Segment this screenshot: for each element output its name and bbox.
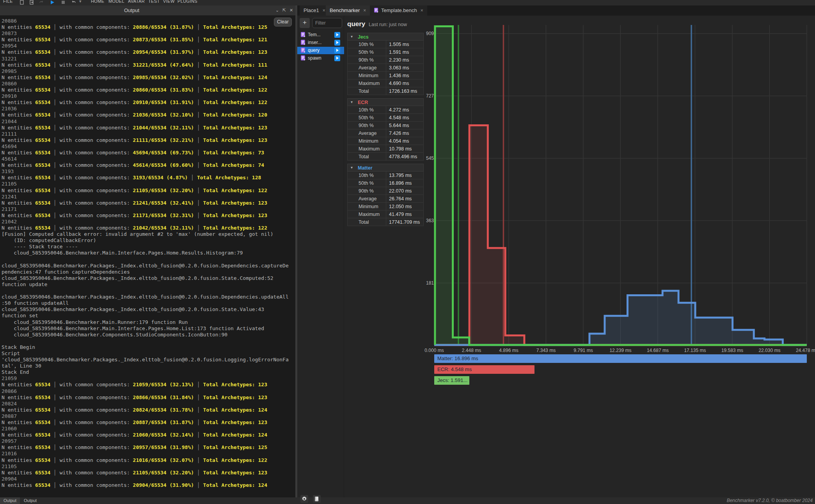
output-console: 20886N entities 65534 │ with common comp… [0,16,295,497]
benchmark-item-label: query [308,48,320,53]
menu-file[interactable]: FILE [3,0,13,4]
stat-row: Minimum12.050 ms [347,203,424,210]
undo-icon[interactable] [71,0,76,5]
console-line: cloud_5853950046.Benchmarker.Packages._I… [2,263,295,269]
console-count-line: 21060 [2,426,295,432]
console-line: cloud_5853950046.Benchmarker.Main.Interf… [2,325,295,332]
tab-template-bench[interactable]: Template.bench× [370,5,427,16]
stat-row: Total17741.709 ms [347,218,424,226]
menu-view[interactable]: VIEW [163,0,175,4]
console-entities-line: N entities 65534 │ with common component… [2,482,295,488]
console-count-line: 21044 [2,118,295,125]
stat-row: 50th %1.591 ms [347,48,424,56]
console-entities-line: N entities 65534 │ with common component… [2,419,295,426]
run-benchmark-button[interactable] [334,48,340,53]
y-axis-tick-label: 909 [424,31,434,36]
x-axis-tick-label: 2.448 ms [456,348,486,353]
legend-bar-jecs: Jecs: 1.591... [434,376,469,385]
stats-section-header-ecr[interactable]: ▾ECR [347,98,424,106]
console-entities-line: N entities 65534 │ with common component… [2,162,295,168]
new-file-icon[interactable] [20,0,24,5]
stats-tables: ▾Jecs10th %1.505 ms50th %1.591 ms90th %2… [347,33,424,226]
console-entities-line: N entities 65534 │ with common component… [2,99,295,106]
output-panel: Output ⌄ ⇱ ✕ 20886N entities 65534 │ wit… [0,5,295,497]
docs-book-icon[interactable] [313,495,321,503]
script-icon [300,40,306,47]
benchmark-item-tem[interactable]: Tem... [297,31,344,39]
close-icon[interactable]: × [363,8,366,13]
menu-test[interactable]: TEST [148,0,160,4]
menu-plugins[interactable]: PLUGINS [178,0,197,4]
console-entities-line: N entities 65534 │ with common component… [2,470,295,476]
console-count-line: 45694 [2,143,295,150]
menu-bar: FILE ▾ HOME MODEL AVATAR TEST VIEW PLUGI… [0,0,815,5]
console-count-line: 20886 [2,18,295,24]
console-line: Script [2,350,295,357]
close-icon[interactable]: × [421,8,423,13]
result-title: query [347,20,365,28]
console-count-line: 20957 [2,438,295,444]
tab-place1[interactable]: Place1× [300,5,329,16]
play-icon[interactable] [50,0,55,5]
script-icon [300,48,306,55]
open-file-icon[interactable] [29,0,34,5]
stats-section-header-matter[interactable]: ▾Matter [347,164,424,172]
last-run-label: Last run: just now [369,22,407,27]
run-benchmark-button[interactable] [334,32,340,38]
stat-row: Total4778.496 ms [347,153,424,161]
console-count-line: 3193 [2,168,295,175]
menu-avatar[interactable]: AVATAR [128,0,145,4]
console-count-line: 20860 [2,81,295,87]
console-line [2,288,295,294]
output-bottom-tab[interactable]: Output [0,497,20,504]
console-count-line: 20866 [2,388,295,394]
stat-row: 50th %4.548 ms [347,114,424,122]
redo-icon[interactable] [39,0,44,5]
console-entities-line: N entities 65534 │ with common component… [2,62,295,68]
console-entities-line: N entities 65534 │ with common component… [2,200,295,206]
menu-model[interactable]: MODEL [108,0,124,4]
benchmark-item-query[interactable]: query [297,47,344,54]
stop-icon[interactable] [61,0,66,5]
output-bottom-tab[interactable]: Output [20,497,40,504]
menu-home[interactable]: HOME [91,0,105,4]
console-count-line: 31221 [2,56,295,62]
stat-row: 10th %1.505 ms [347,41,424,48]
console-count-line: 21042 [2,219,295,225]
close-icon[interactable]: × [323,8,325,13]
chevron-down-icon[interactable]: ▾ [79,0,82,4]
script-icon [300,55,306,62]
tab-benchmarker[interactable]: Benchmarker× [326,5,370,16]
clear-button[interactable]: Clear [274,18,292,27]
run-benchmark-button[interactable] [334,40,340,46]
stats-section-header-jecs[interactable]: ▾Jecs [347,33,424,41]
script-icon [374,6,379,16]
console-line: function set [2,313,295,319]
console-line: function update [2,281,295,288]
console-line: :50 function updateAll [2,300,295,306]
settings-gear-icon[interactable] [300,495,308,503]
stat-row: Maximum41.479 ms [347,210,424,218]
stat-row: Average7.426 ms [347,129,424,137]
close-icon[interactable]: ✕ [289,8,293,12]
console-line: cloud_5853950046.Benchmarker.Packages._I… [2,306,295,313]
console-line: Stack End [2,369,295,375]
x-axis-tick-label: 4.896 ms [494,348,524,353]
undock-icon[interactable]: ⇱ [282,8,286,12]
console-line: [Fusion] Computed callback error: invali… [2,231,295,237]
filter-input[interactable] [312,18,342,28]
x-axis-tick-label: 0.000 ms [419,348,449,353]
run-benchmark-button[interactable] [334,55,340,61]
add-benchmark-button[interactable]: + [300,18,310,28]
benchmark-item-spawn[interactable]: spawn [297,55,344,62]
stat-row: Maximum10.798 ms [347,145,424,153]
chevron-down-icon: ▾ [351,100,353,104]
legend-bar-ecr: ECR: 4.548 ms [434,365,534,374]
x-axis-tick-label: 12.239 ms [605,348,635,353]
benchmark-item-inser[interactable]: inser... [297,39,344,46]
stat-row: 90th %5.644 ms [347,122,424,129]
console-entities-line: N entities 65534 │ with common component… [2,175,295,181]
stat-row: Total1726.163 ms [347,87,424,95]
console-entities-line: N entities 65534 │ with common component… [2,37,295,43]
collapse-icon[interactable]: ⌄ [275,8,279,12]
